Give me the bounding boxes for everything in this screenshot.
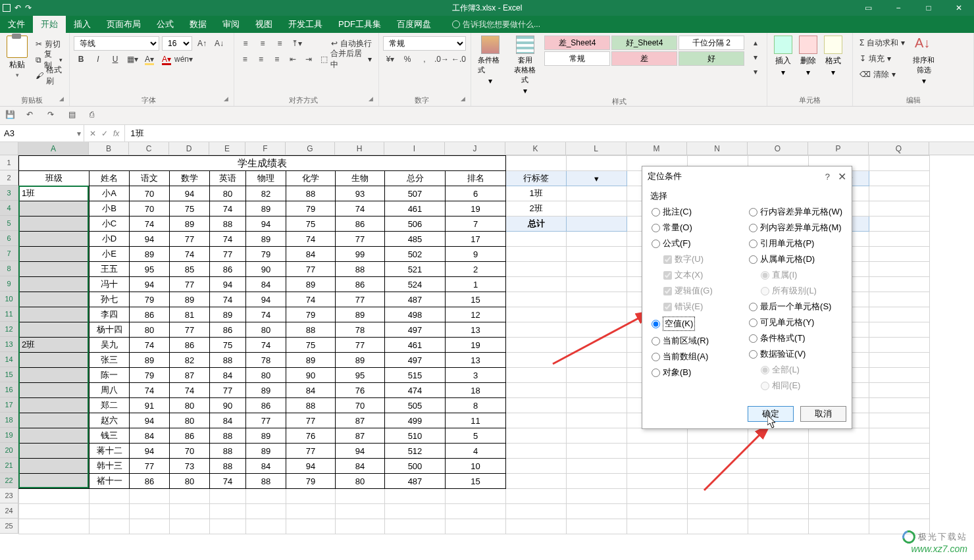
style-tile[interactable]: 常规 (544, 51, 610, 66)
dialog-option[interactable]: 批注(C) (652, 206, 744, 218)
cell[interactable]: 86 (210, 322, 246, 338)
styles-more-icon[interactable]: ▾ (748, 64, 763, 79)
cell[interactable]: 74 (170, 383, 210, 398)
tab-5[interactable]: 数据 (182, 16, 215, 33)
format-painter-button[interactable]: 🖌格式刷 (33, 68, 65, 83)
cell[interactable]: 2班 (506, 201, 567, 216)
row-header[interactable]: 20 (0, 443, 18, 458)
cell[interactable] (506, 156, 567, 171)
cell[interactable]: 461 (385, 338, 446, 353)
cell[interactable] (130, 489, 170, 504)
cell[interactable]: 75 (170, 201, 210, 216)
cell[interactable]: 70 (336, 398, 385, 413)
cell[interactable]: 孙七 (90, 292, 130, 307)
dialog-option[interactable]: 数据验证(V) (749, 348, 842, 360)
dialog-option[interactable]: 列内容差异单元格(M) (749, 222, 842, 234)
col-header[interactable]: J (445, 142, 505, 155)
currency-icon[interactable]: ¥▾ (383, 52, 397, 66)
cell[interactable]: 89 (246, 428, 286, 444)
title-cell[interactable]: 学生成绩表 (19, 156, 506, 171)
cell[interactable] (869, 232, 930, 247)
cell[interactable]: 500 (385, 459, 446, 474)
cell[interactable] (869, 338, 930, 353)
cell[interactable]: 94 (210, 277, 246, 292)
cell[interactable]: 89 (246, 444, 286, 459)
cell[interactable]: 小B (90, 201, 130, 216)
decrease-font-icon[interactable]: A↓ (212, 36, 226, 51)
cell[interactable] (627, 459, 688, 474)
cell[interactable]: 79 (286, 201, 336, 216)
cell[interactable]: 84 (246, 459, 286, 474)
cell[interactable]: 总计 (506, 216, 567, 232)
number-format-select[interactable]: 常规 (383, 36, 466, 51)
cell[interactable] (869, 216, 930, 232)
phonetic-button[interactable]: wén▾ (176, 52, 191, 66)
cell[interactable]: 95 (336, 368, 385, 383)
cell[interactable]: 19 (446, 338, 506, 353)
cell[interactable]: 84 (336, 459, 385, 474)
align-center-icon[interactable]: ≡ (254, 52, 267, 66)
cell[interactable]: 2班 (19, 338, 90, 353)
cell[interactable] (170, 519, 210, 534)
styles-scroll-up-icon[interactable]: ▴ (748, 36, 763, 50)
cell[interactable] (286, 489, 336, 504)
cell[interactable]: 73 (170, 459, 210, 474)
cell[interactable] (869, 353, 930, 368)
cell[interactable]: 89 (336, 307, 385, 322)
cell[interactable]: 87 (336, 413, 385, 428)
cell[interactable] (869, 489, 930, 504)
col-header[interactable]: A (18, 142, 89, 155)
cell[interactable]: 19 (446, 201, 506, 216)
cell[interactable]: 90 (210, 398, 246, 413)
print-qat-icon[interactable]: ⎙ (90, 110, 101, 122)
insert-cells-button[interactable]: 插入▾ (771, 36, 795, 94)
cell[interactable] (809, 444, 869, 459)
cell[interactable]: 小C (90, 216, 130, 232)
cell[interactable]: 95 (130, 262, 170, 277)
cell[interactable] (567, 489, 627, 504)
cell[interactable] (19, 368, 90, 383)
cell[interactable] (19, 262, 90, 277)
cell[interactable]: 86 (210, 262, 246, 277)
cell[interactable]: 75 (210, 338, 246, 353)
cell[interactable] (869, 444, 930, 459)
cell[interactable]: 70 (130, 201, 170, 216)
cell[interactable]: 数学 (170, 171, 210, 186)
cell[interactable] (869, 156, 930, 171)
cell[interactable]: 1 (446, 277, 506, 292)
cell[interactable] (506, 398, 567, 413)
indent-inc-icon[interactable]: ⇥ (302, 52, 315, 66)
cell[interactable]: 褚十一 (90, 474, 130, 489)
cell[interactable]: 5 (446, 428, 506, 444)
row-header[interactable]: 25 (0, 519, 18, 534)
cell[interactable] (506, 489, 567, 504)
dialog-option[interactable]: 当前区域(R) (652, 335, 744, 347)
cell[interactable]: 9 (446, 247, 506, 262)
cell[interactable]: 88 (286, 186, 336, 201)
orientation-icon[interactable]: ⤒▾ (290, 36, 304, 51)
cell[interactable] (170, 504, 210, 519)
cell[interactable]: 英语 (210, 171, 246, 186)
cell[interactable] (809, 459, 869, 474)
dialog-option-input[interactable] (749, 224, 757, 232)
cell[interactable]: 班级 (19, 171, 90, 186)
row-header[interactable]: 6 (0, 231, 18, 246)
cell[interactable] (19, 383, 90, 398)
cell[interactable] (567, 398, 627, 413)
cell[interactable] (869, 383, 930, 398)
cell[interactable]: 89 (130, 247, 170, 262)
delete-cells-button[interactable]: 删除▾ (796, 36, 820, 94)
tab-1[interactable]: 开始 (33, 16, 66, 33)
dialog-option-input[interactable] (749, 334, 757, 343)
comma-icon[interactable]: , (417, 52, 432, 66)
cell[interactable] (869, 307, 930, 322)
cell[interactable]: 94 (130, 444, 170, 459)
cell[interactable] (506, 262, 567, 277)
cell[interactable]: 17 (446, 232, 506, 247)
dialog-option-input[interactable] (652, 369, 660, 377)
cell[interactable] (286, 519, 336, 534)
cell[interactable]: 77 (210, 247, 246, 262)
cell[interactable]: 86 (170, 428, 210, 444)
cell[interactable] (19, 322, 90, 338)
cell[interactable] (506, 428, 567, 444)
